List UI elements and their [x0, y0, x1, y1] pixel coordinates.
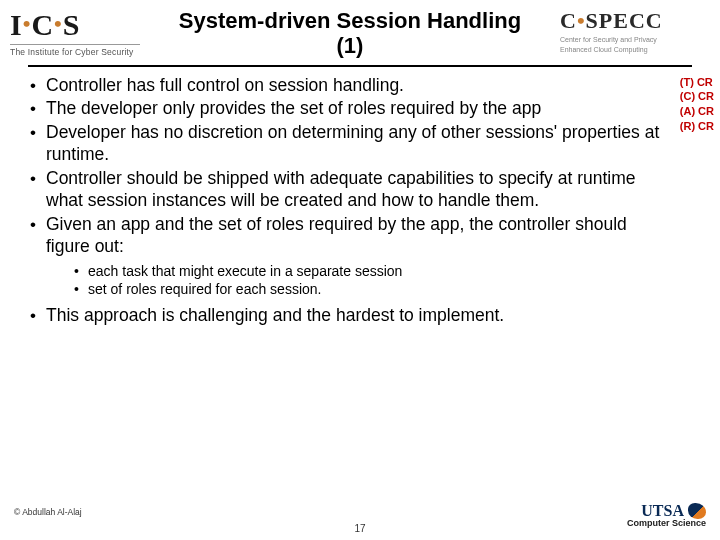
title-block: System-driven Session Handling (1)	[140, 6, 560, 59]
cspecc-c: C	[560, 8, 577, 33]
footer: © Abdullah Al-Alaj 17 UTSA Computer Scie…	[0, 507, 720, 534]
slide-title-line2: (1)	[140, 33, 560, 58]
annotation-c: (C) CR	[680, 89, 714, 104]
sub-bullet-item: each task that might execute in a separa…	[74, 262, 668, 281]
ics-subtitle: The Institute for Cyber Security	[10, 44, 140, 57]
bullet-item: This approach is challenging and the har…	[28, 305, 668, 327]
margin-annotations: (T) CR (C) CR (A) CR (R) CR	[680, 75, 714, 134]
bullet-item: The developer only provides the set of r…	[28, 98, 668, 120]
sub-bullet-item: set of roles required for each session.	[74, 280, 668, 299]
dot-icon: •	[54, 11, 63, 36]
annotation-t: (T) CR	[680, 75, 714, 90]
slide-title-line1: System-driven Session Handling	[140, 8, 560, 33]
content-area: (T) CR (C) CR (A) CR (R) CR Controller h…	[0, 75, 720, 328]
bullet-item: Developer has no discretion on determini…	[28, 122, 668, 166]
cspecc-rest: SPECC	[586, 8, 663, 33]
ics-logo-block: I•C•S The Institute for Cyber Security	[10, 6, 140, 57]
utsa-block: UTSA Computer Science	[627, 502, 706, 528]
page-number: 17	[14, 523, 706, 534]
ics-letter-i: I	[10, 8, 23, 41]
sub-bullet-list: each task that might execute in a separa…	[74, 262, 668, 300]
bullet-item: Controller should be shipped with adequa…	[28, 168, 668, 212]
bullet-text: Given an app and the set of roles requir…	[46, 214, 627, 256]
ics-letter-s: S	[63, 8, 81, 41]
cspecc-sub2: Enhanced Cloud Computing	[560, 46, 710, 54]
roadrunner-icon	[688, 503, 706, 519]
cspecc-sub1: Center for Security and Privacy	[560, 36, 710, 44]
bullet-item: Given an app and the set of roles requir…	[28, 214, 668, 300]
annotation-a: (A) CR	[680, 104, 714, 119]
header-divider	[28, 65, 692, 67]
ics-logo: I•C•S	[10, 8, 140, 42]
ics-letter-c: C	[31, 8, 54, 41]
cspecc-logo: C•SPECC	[560, 8, 710, 34]
copyright: © Abdullah Al-Alaj	[14, 507, 706, 517]
dot-icon: •	[577, 8, 586, 33]
header: I•C•S The Institute for Cyber Security S…	[0, 0, 720, 59]
cspecc-logo-block: C•SPECC Center for Security and Privacy …	[560, 6, 710, 54]
bullet-item: Controller has full control on session h…	[28, 75, 668, 97]
utsa-subtitle: Computer Science	[627, 518, 706, 528]
annotation-r: (R) CR	[680, 119, 714, 134]
bullet-list: Controller has full control on session h…	[28, 75, 696, 328]
